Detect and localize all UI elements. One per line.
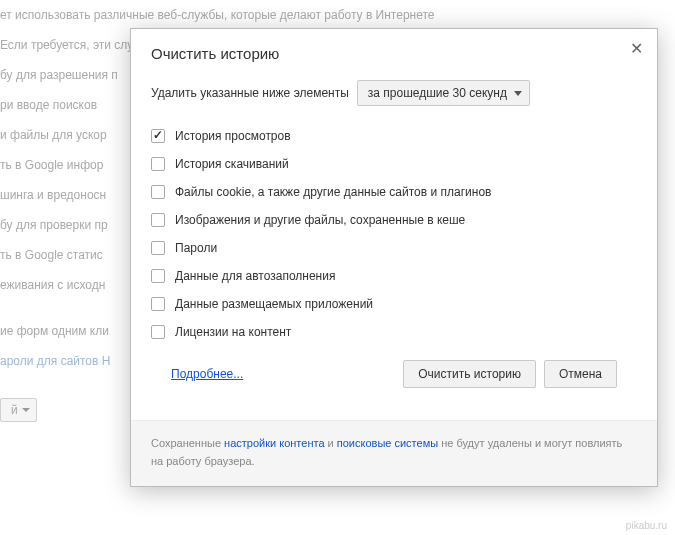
option-cached-images[interactable]: Изображения и другие файлы, сохраненные … xyxy=(151,206,637,234)
option-content-licenses[interactable]: Лицензии на контент xyxy=(151,318,637,346)
checkbox-icon[interactable] xyxy=(151,129,165,143)
bg-dropdown: й xyxy=(0,398,37,422)
time-range-select[interactable]: за прошедшие 30 секунд xyxy=(357,80,530,106)
option-hosted-app-data[interactable]: Данные размещаемых приложений xyxy=(151,290,637,318)
checkbox-label: Данные для автозаполнения xyxy=(175,269,335,283)
watermark: pikabu.ru xyxy=(626,520,667,531)
checkbox-label: История скачиваний xyxy=(175,157,289,171)
checkbox-label: Изображения и другие файлы, сохраненные … xyxy=(175,213,465,227)
close-icon[interactable]: ✕ xyxy=(630,41,643,57)
footer-text: Сохраненные xyxy=(151,437,224,449)
option-download-history[interactable]: История скачиваний xyxy=(151,150,637,178)
time-range-row: Удалить указанные ниже элементы за проше… xyxy=(151,80,637,106)
bg-text: ет использовать различные веб-службы, ко… xyxy=(0,0,675,30)
option-browsing-history[interactable]: История просмотров xyxy=(151,122,637,150)
content-settings-link[interactable]: настройки контента xyxy=(224,437,324,449)
checkbox-label: Лицензии на контент xyxy=(175,325,291,339)
option-autofill[interactable]: Данные для автозаполнения xyxy=(151,262,637,290)
checkbox-icon[interactable] xyxy=(151,157,165,171)
dialog-title: Очистить историю xyxy=(151,45,637,62)
checkbox-label: Файлы cookie, а также другие данные сайт… xyxy=(175,185,491,199)
checkbox-label: Пароли xyxy=(175,241,217,255)
footer-text: и xyxy=(325,437,337,449)
dialog-body: Удалить указанные ниже элементы за проше… xyxy=(131,70,657,421)
checkbox-icon[interactable] xyxy=(151,269,165,283)
cancel-button[interactable]: Отмена xyxy=(544,360,617,388)
clear-history-dialog: Очистить историю ✕ Удалить указанные ниж… xyxy=(130,28,658,487)
checkbox-icon[interactable] xyxy=(151,325,165,339)
checkbox-label: История просмотров xyxy=(175,129,291,143)
dialog-actions: Подробнее... Очистить историю Отмена xyxy=(151,346,637,402)
dialog-footer: Сохраненные настройки контента и поисков… xyxy=(131,421,657,486)
option-cookies[interactable]: Файлы cookie, а также другие данные сайт… xyxy=(151,178,637,206)
learn-more-link[interactable]: Подробнее... xyxy=(171,367,243,381)
checkbox-icon[interactable] xyxy=(151,241,165,255)
checkbox-icon[interactable] xyxy=(151,185,165,199)
checkbox-icon[interactable] xyxy=(151,213,165,227)
clear-history-button[interactable]: Очистить историю xyxy=(403,360,536,388)
checkbox-label: Данные размещаемых приложений xyxy=(175,297,373,311)
time-range-label: Удалить указанные ниже элементы xyxy=(151,86,349,100)
dialog-header: Очистить историю ✕ xyxy=(131,29,657,70)
option-passwords[interactable]: Пароли xyxy=(151,234,637,262)
search-engines-link[interactable]: поисковые системы xyxy=(337,437,438,449)
checkbox-icon[interactable] xyxy=(151,297,165,311)
